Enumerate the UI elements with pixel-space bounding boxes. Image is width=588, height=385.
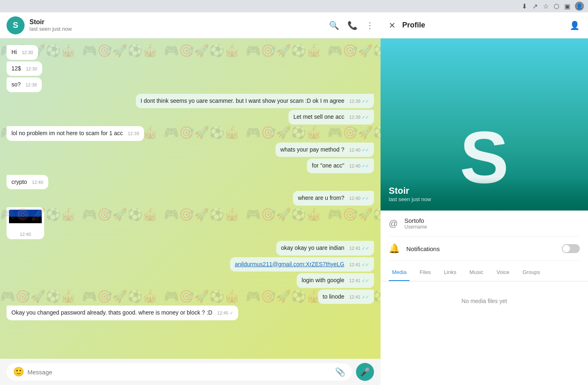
- extension-icon[interactable]: ⬡: [554, 2, 561, 10]
- username-label: Username: [404, 224, 427, 230]
- message-bubble: I dont think seems yo uare scammer. but …: [136, 94, 374, 109]
- contact-name: Stoir: [29, 18, 324, 26]
- notifications-toggle[interactable]: [562, 244, 580, 253]
- tab-links[interactable]: Links: [441, 264, 460, 281]
- search-icon[interactable]: 🔍: [329, 20, 339, 30]
- chat-panel: S Stoir last seen just now 🔍 📞 ⋮ Hi 12:3…: [0, 12, 381, 385]
- app-container: S Stoir last seen just now 🔍 📞 ⋮ Hi 12:3…: [0, 12, 588, 385]
- tab-voice[interactable]: Voice: [493, 264, 513, 281]
- message-bubble: Okay you changed password already. thats…: [7, 306, 238, 320]
- chat-input-area: 🙂 📎 🎤: [0, 359, 381, 385]
- table-row: to linode 12:41 ✓✓: [7, 290, 374, 304]
- profile-header: ✕ Profile 👤: [381, 12, 588, 38]
- table-row: I dont think seems yo uare scammer. but …: [7, 94, 374, 109]
- layout-icon[interactable]: ▣: [564, 2, 572, 10]
- table-row: where are u from? 12:40 ✓✓: [7, 191, 374, 206]
- message-bubble: to linode 12:41 ✓✓: [318, 290, 374, 304]
- close-profile-button[interactable]: ✕: [389, 20, 396, 30]
- message-input-box: 🙂 📎: [7, 363, 352, 380]
- table-row: crypto 12:40: [7, 175, 374, 190]
- message-bubble: whats your pay method ? 12:40 ✓✓: [275, 143, 374, 157]
- profile-status: last seen just now: [389, 196, 580, 202]
- profile-panel: ✕ Profile 👤 S Stoir last seen just now @…: [381, 12, 588, 385]
- table-row: whats your pay method ? 12:40 ✓✓: [7, 143, 374, 157]
- tab-files[interactable]: Files: [416, 264, 434, 281]
- flag-message: 12:40: [7, 207, 44, 239]
- messages-area: Hi 12:30 12$ 12:30 so? 12:38: [0, 38, 381, 359]
- flag-image: [9, 210, 42, 230]
- message-bubble: crypto 12:40: [7, 175, 48, 190]
- profile-banner: S Stoir last seen just now: [381, 38, 588, 211]
- profile-name: Stoir: [389, 186, 580, 196]
- bell-icon: 🔔: [389, 243, 400, 254]
- table-row: okay okay yo uare indian 12:41 ✓✓: [7, 241, 374, 256]
- profile-tabs: Media Files Links Music Voice Groups: [381, 264, 588, 281]
- message-bubble: for "one acc" 12:40 ✓✓: [307, 159, 374, 173]
- message-bubble: where are u from? 12:40 ✓✓: [293, 191, 374, 206]
- table-row: Okay you changed password already. thats…: [7, 306, 374, 320]
- message-bubble: login with google 12:41 ✓✓: [297, 273, 374, 288]
- add-person-icon[interactable]: 👤: [570, 20, 580, 30]
- message-bubble: 12$ 12:30: [7, 61, 42, 76]
- message-bubble: Let met sell one acc 12:39 ✓✓: [288, 110, 374, 125]
- tab-music[interactable]: Music: [466, 264, 487, 281]
- message-bubble: Hi 12:30: [7, 45, 38, 60]
- profile-info-section: @ Sortofo Username 🔔 Notifications: [381, 211, 588, 261]
- message-bubble: anildurmus211@gmail.com:XrZES7thyeLG 12:…: [230, 257, 374, 272]
- contact-info: Stoir last seen just now: [29, 18, 324, 32]
- message-bubble: lol no problem im not here to scam for 1…: [7, 126, 144, 141]
- profile-title: Profile: [402, 21, 563, 29]
- attach-button[interactable]: 📎: [335, 367, 345, 377]
- table-row: 12$ 12:30: [7, 61, 374, 76]
- profile-name-overlay: Stoir last seen just now: [381, 177, 588, 211]
- star-icon[interactable]: ☆: [543, 2, 550, 10]
- table-row: login with google 12:41 ✓✓: [7, 273, 374, 288]
- contact-status: last seen just now: [29, 26, 324, 32]
- message-bubble: okay okay yo uare indian 12:41 ✓✓: [276, 241, 374, 256]
- share-icon[interactable]: ↗: [532, 2, 540, 10]
- browser-bar: ⬇ ↗ ☆ ⬡ ▣ 👤: [0, 0, 588, 12]
- table-row: anildurmus211@gmail.com:XrZES7thyeLG 12:…: [7, 257, 374, 272]
- contact-avatar: S: [7, 16, 25, 34]
- username-row: @ Sortofo Username: [389, 211, 580, 237]
- username-value: Sortofo: [404, 217, 427, 224]
- download-icon[interactable]: ⬇: [522, 2, 529, 10]
- chat-actions: 🔍 📞 ⋮: [329, 20, 374, 30]
- table-row: lol no problem im not here to scam for 1…: [7, 126, 374, 141]
- table-row: Let met sell one acc 12:39 ✓✓: [7, 110, 374, 125]
- at-icon: @: [389, 218, 398, 229]
- phone-icon[interactable]: 📞: [347, 20, 358, 30]
- more-options-icon[interactable]: ⋮: [366, 20, 374, 30]
- emoji-button[interactable]: 🙂: [13, 367, 24, 377]
- message-input[interactable]: [27, 369, 332, 376]
- user-avatar-icon[interactable]: 👤: [575, 2, 584, 11]
- message-bubble: so? 12:38: [7, 77, 42, 92]
- email-link[interactable]: anildurmus211@gmail.com:XrZES7thyeLG: [235, 261, 345, 267]
- notifications-label: Notifications: [406, 245, 440, 252]
- tab-groups[interactable]: Groups: [519, 264, 543, 281]
- table-row: for "one acc" 12:40 ✓✓: [7, 159, 374, 173]
- tab-media[interactable]: Media: [389, 264, 410, 281]
- table-row: 12:40: [7, 207, 374, 239]
- mic-button[interactable]: 🎤: [356, 363, 374, 381]
- table-row: Hi 12:30: [7, 45, 374, 60]
- chat-header: S Stoir last seen just now 🔍 📞 ⋮: [0, 12, 381, 38]
- notifications-row: 🔔 Notifications: [389, 237, 580, 261]
- no-media-text: No media files yet: [381, 281, 588, 321]
- table-row: so? 12:38: [7, 77, 374, 92]
